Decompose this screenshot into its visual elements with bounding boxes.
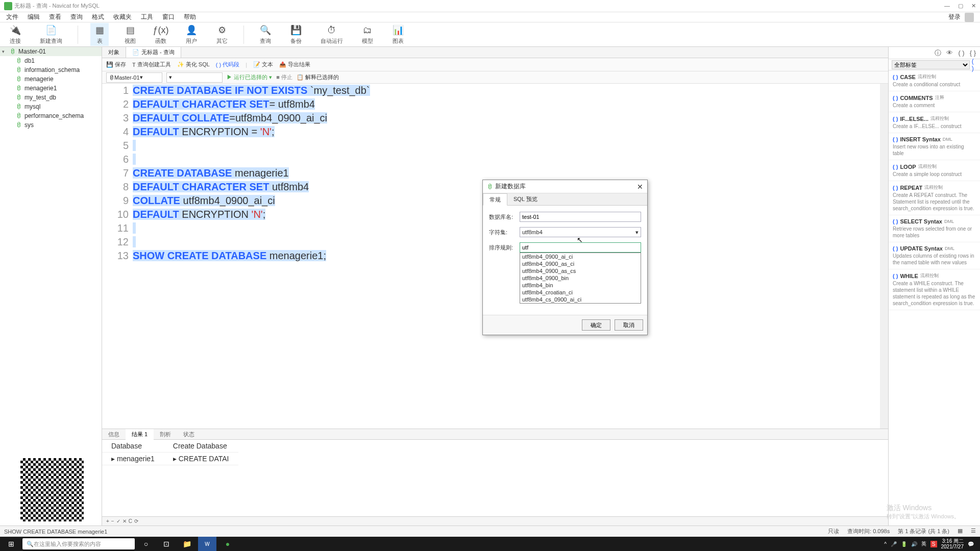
snippet-item[interactable]: ( ) UPDATE Syntax DML Updates columns of… [889, 242, 980, 269]
dialog-tab-general[interactable]: 常规 [483, 193, 507, 206]
list-icon[interactable]: ☰ [971, 528, 976, 535]
windows-watermark: 激活 Windows 转到"设置"以激活 Windows。 [887, 504, 960, 520]
eye-icon[interactable]: 👁 [946, 49, 953, 57]
snippet-item[interactable]: ( ) COMMENTS 注释 Create a comment [889, 91, 980, 112]
menu-favorites[interactable]: 收藏夹 [113, 13, 132, 21]
result-tab-3[interactable]: 状态 [177, 429, 201, 440]
collation-dropdown[interactable]: utf8mb4_0900_ai_ciutf8mb4_0900_as_ciutf8… [520, 253, 641, 304]
refresh-icon[interactable]: ( ) [972, 58, 977, 72]
avatar[interactable] [965, 13, 974, 22]
menu-format[interactable]: 格式 [92, 13, 104, 21]
collation-option[interactable]: utf8mb4_cs_0900_ai_ci [520, 296, 641, 303]
toolbar-模型[interactable]: 🗂模型 [358, 23, 377, 46]
tree-root[interactable]: ▾ 🛢 Master-01 [0, 47, 102, 56]
tree-db-db1[interactable]: 🛢db1 [0, 56, 102, 65]
snippet-item[interactable]: ( ) WHILE 流程控制 Create a WHILE construct.… [889, 269, 980, 310]
text-button[interactable]: 📝 文本 [253, 61, 273, 68]
maximize-icon[interactable]: ▢ [958, 3, 963, 9]
snippet-item[interactable]: ( ) REPEAT 流程控制 Create A REPEAT construc… [889, 181, 980, 215]
result-tab-1[interactable]: 结果 1 [126, 429, 154, 440]
snippet-item[interactable]: ( ) IF...ELSE... 流程控制 Create a IF...ELSE… [889, 112, 980, 133]
toolbar-其它[interactable]: ⚙其它 [213, 23, 231, 46]
toolbar-连接[interactable]: 🔌连接 [6, 23, 24, 46]
run-button[interactable]: ▶ 运行已选择的 ▾ [227, 73, 272, 81]
collation-option[interactable]: utf8mb4_0900_as_ci [520, 260, 641, 267]
tab-query[interactable]: 📄 无标题 - 查询 [126, 47, 181, 58]
stop-button[interactable]: ■ 停止 [276, 73, 292, 81]
tree-db-sys[interactable]: 🛢sys [0, 120, 102, 130]
snippet-item[interactable]: ( ) INSERT Syntax DML Insert new rows in… [889, 133, 980, 160]
save-button[interactable]: 💾 保存 [106, 61, 126, 68]
table-row[interactable]: ▸ menagerie1▸ CREATE DATAI [102, 453, 238, 465]
toolbar-图表[interactable]: 📊图表 [389, 23, 407, 46]
collation-option[interactable]: utf8mb4_0900_as_cs [520, 267, 641, 274]
tree-db-mysql[interactable]: 🛢mysql [0, 102, 102, 111]
col-header[interactable]: Database [102, 440, 164, 453]
menu-window[interactable]: 窗口 [162, 13, 175, 21]
nav-first[interactable]: + [106, 518, 109, 524]
snippet-item[interactable]: ( ) CASE 流程控制 Create a conditional const… [889, 70, 980, 91]
database-select[interactable]: ▾ [166, 72, 223, 83]
nav-refresh[interactable]: C [129, 518, 132, 524]
nav-prev[interactable]: − [111, 518, 114, 524]
query-builder-button[interactable]: T 查询创建工具 [132, 61, 171, 68]
collation-option[interactable]: utf8mb4_0900_bin [520, 274, 641, 282]
snippet-item[interactable]: ( ) SELECT Syntax DML Retrieve rows sele… [889, 215, 980, 242]
brackets-icon[interactable]: { } [970, 49, 976, 57]
result-grid[interactable]: DatabaseCreate Database ▸ menagerie1▸ CR… [102, 440, 888, 516]
collation-option[interactable]: utf8mb4_croatian_ci [520, 289, 641, 296]
tree-db-menagerie1[interactable]: 🛢menagerie1 [0, 84, 102, 93]
export-button[interactable]: 📤 导出结果 [279, 61, 310, 68]
tree-db-performance_schema[interactable]: 🛢performance_schema [0, 111, 102, 120]
toolbar-查询[interactable]: 🔍查询 [256, 23, 275, 46]
titlebar: 无标题 - 查询 - Navicat for MySQL — ▢ ✕ [0, 0, 980, 12]
info-icon[interactable]: ⓘ [935, 48, 941, 58]
toolbar-视图[interactable]: ▤视图 [121, 23, 139, 46]
menu-view[interactable]: 查看 [49, 13, 61, 21]
menu-help[interactable]: 帮助 [184, 13, 196, 21]
grid-icon[interactable]: ▦ [958, 528, 963, 535]
collation-input[interactable] [520, 242, 641, 253]
collation-option[interactable]: utf8mb4_0900_ai_ci [520, 253, 641, 260]
explain-button[interactable]: 📋 解释已选择的 [297, 73, 339, 81]
minimize-icon[interactable]: — [944, 3, 950, 9]
toolbar-新建查询[interactable]: 📄新建查询 [37, 23, 65, 46]
tree-db-my_test_db[interactable]: 🛢my_test_db [0, 93, 102, 102]
toolbar-表[interactable]: ▦表 [90, 23, 109, 46]
login-link[interactable]: 登录 [948, 13, 961, 21]
tab-objects[interactable]: 对象 [102, 47, 126, 58]
editor-scrollbar[interactable] [880, 84, 888, 429]
collation-option[interactable]: utf8mb4_bin [520, 282, 641, 289]
ok-button[interactable]: 确定 [582, 319, 610, 331]
menu-edit[interactable]: 编辑 [28, 13, 40, 21]
nav-cancel[interactable]: ✕ [122, 518, 127, 524]
dbname-input[interactable] [520, 212, 641, 222]
codesnippet-button[interactable]: ( ) 代码段 [216, 61, 239, 68]
toolbar-函数[interactable]: ƒ(x)函数 [152, 23, 170, 46]
snippet-filter[interactable]: 全部标签 [892, 60, 970, 69]
nav-last[interactable]: ⟳ [134, 518, 138, 524]
toolbar-自动运行[interactable]: ⏱自动运行 [317, 23, 346, 46]
cancel-button[interactable]: 取消 [615, 319, 643, 331]
menu-file[interactable]: 文件 [6, 13, 18, 21]
result-tab-2[interactable]: 剖析 [154, 429, 177, 440]
col-header[interactable]: Create Database [164, 440, 238, 453]
tree-db-information_schema[interactable]: 🛢information_schema [0, 65, 102, 74]
beautify-button[interactable]: ✨ 美化 SQL [177, 61, 210, 68]
result-tab-0[interactable]: 信息 [102, 429, 126, 440]
menu-query[interactable]: 查询 [70, 13, 83, 21]
close-icon[interactable]: ✕ [971, 3, 976, 9]
dialog-close-button[interactable]: ✕ [637, 183, 643, 191]
connection-select[interactable]: 🛢 Master-01 ▾ [106, 72, 162, 83]
dialog-tab-sql[interactable]: SQL 预览 [507, 193, 544, 205]
code-icon[interactable]: ( ) [958, 49, 964, 57]
database-icon: 🛢 [487, 183, 493, 190]
snippet-item[interactable]: ( ) LOOP 流程控制 Create a simple loop const… [889, 160, 980, 181]
collation-option[interactable]: utf8mb4_cs_0900_as_cs [520, 303, 641, 304]
charset-select[interactable]: utf8mb4▾ [520, 227, 641, 237]
menu-tools[interactable]: 工具 [141, 13, 153, 21]
nav-confirm[interactable]: ✓ [116, 518, 120, 524]
toolbar-用户[interactable]: 👤用户 [182, 23, 201, 46]
toolbar-备份[interactable]: 💾备份 [287, 23, 305, 46]
tree-db-menagerie[interactable]: 🛢menagerie [0, 74, 102, 84]
